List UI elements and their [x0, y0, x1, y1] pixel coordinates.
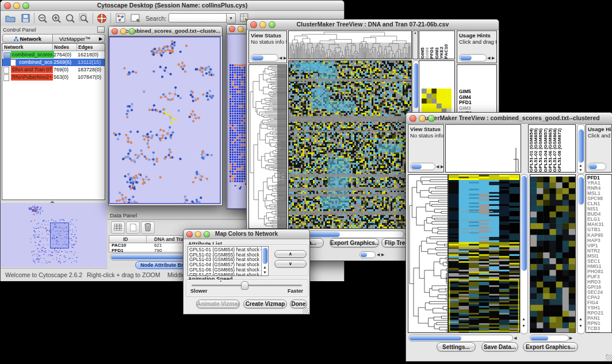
resize-grip[interactable] — [606, 354, 612, 361]
scroll-right-icon[interactable]: ▶ — [381, 253, 384, 256]
minimize-icon[interactable] — [259, 21, 266, 28]
scroll-thumb[interactable] — [460, 55, 472, 60]
scroll-thumb[interactable] — [361, 252, 367, 257]
tv2-heatmap-box[interactable] — [448, 174, 520, 333]
scroll-left-icon[interactable]: ◀ — [279, 56, 282, 60]
save-data-button[interactable]: Save Data... — [481, 342, 518, 351]
annotation-icon[interactable] — [129, 12, 141, 24]
network-row[interactable]: combined_scores2764(0)16218(0) — [2, 51, 105, 59]
attribute-list-scrollbar[interactable]: ▲ ▼ — [261, 247, 268, 275]
table-mode-icon[interactable] — [111, 221, 125, 234]
zoom-out-icon[interactable] — [36, 12, 49, 24]
network-name[interactable]: RNAPuberNov2+ — [11, 74, 53, 81]
scroll-up-icon[interactable]: ▲ — [522, 317, 526, 321]
scroll-right-icon[interactable]: ▶ — [569, 336, 572, 340]
scroll-thumb[interactable] — [414, 63, 418, 108]
zoom-window-icon[interactable] — [22, 2, 29, 9]
scroll-thumb[interactable] — [578, 129, 584, 163]
gene-label[interactable]: PEP5 — [587, 331, 604, 333]
window-controls[interactable] — [186, 231, 210, 237]
dialog-title-bar[interactable]: Map Colors to Network — [183, 229, 309, 239]
network-row[interactable]: DNA and Tran 07769(0)183728(0) — [2, 66, 105, 74]
tv2-zoom-heatmap[interactable] — [530, 177, 575, 333]
scroll-down-icon[interactable]: ▼ — [579, 324, 583, 328]
scroll-left-icon[interactable]: ◀ — [487, 56, 490, 60]
network1-view[interactable] — [110, 37, 220, 203]
close-icon[interactable] — [186, 231, 193, 237]
tab-network[interactable]: Network — [2, 34, 53, 43]
network1-title-bar[interactable]: combined_scores_good.txt--cluste... — [109, 26, 222, 36]
new-attribute-icon[interactable] — [126, 221, 140, 234]
scroll-left-icon[interactable]: ◀ — [436, 165, 439, 168]
window-controls[interactable] — [4, 2, 29, 9]
tv2-status-scrollbar[interactable] — [410, 163, 435, 170]
tv1-top-scroll-strip[interactable]: ▲ — [412, 30, 418, 59]
network-name[interactable]: DNA and Tran 07 — [11, 66, 53, 73]
window-controls[interactable] — [112, 28, 135, 35]
tv1-heatmap[interactable] — [289, 61, 411, 228]
scroll-left-icon[interactable]: ◀ — [514, 336, 517, 340]
network-row[interactable]: RNAPuberNov2+563(0)107847(0) — [2, 74, 105, 81]
speed-slider-thumb[interactable] — [241, 281, 248, 290]
close-icon[interactable] — [4, 2, 11, 9]
scroll-up-icon[interactable]: ▲ — [579, 317, 583, 321]
minimize-icon[interactable] — [238, 26, 244, 32]
treeview1-title-bar[interactable]: ClusterMaker TreeView : DNA and Tran 07-… — [247, 20, 499, 30]
save-icon[interactable] — [19, 12, 32, 24]
float-panel-icon[interactable] — [97, 26, 105, 33]
zoom-selected-icon[interactable] — [64, 12, 76, 24]
scroll-thumb[interactable] — [521, 176, 527, 271]
network-overview-canvas[interactable] — [1, 203, 107, 267]
open-file-icon[interactable] — [4, 12, 17, 24]
delete-attribute-trash-icon[interactable] — [141, 221, 155, 234]
minimize-icon[interactable] — [419, 115, 426, 122]
scroll-thumb[interactable] — [252, 55, 263, 60]
tv2-column-dendrogram-box[interactable] — [445, 124, 521, 173]
scroll-left-icon[interactable]: ◀ — [377, 253, 380, 256]
close-icon[interactable] — [410, 115, 416, 122]
tv2-zoom-vscrollbar[interactable]: ▲ ▼ — [577, 174, 585, 334]
tv1-column-dendrogram-box[interactable] — [288, 30, 412, 59]
network-name[interactable]: combined_sco — [18, 59, 53, 66]
close-icon[interactable] — [250, 21, 257, 28]
export-graphics-button[interactable]: Export Graphics... — [523, 342, 578, 351]
tv2-hscrollbar-main[interactable] — [408, 335, 513, 342]
resize-grip[interactable] — [303, 307, 309, 313]
tv1-row-dendrogram-box[interactable] — [248, 64, 287, 229]
scroll-right-icon[interactable]: ▶ — [492, 56, 495, 60]
scroll-down-icon[interactable]: ▼ — [263, 271, 267, 274]
zoom-window-icon[interactable] — [269, 21, 276, 28]
create-vizmap-button[interactable]: Create Vizmap — [243, 300, 287, 308]
scroll-right-icon[interactable]: ▶ — [284, 56, 286, 60]
main-title-bar[interactable]: Cytoscape Desktop (Session Name: collins… — [1, 1, 344, 11]
search-input[interactable] — [169, 13, 227, 22]
tab-overflow-button[interactable]: ▶ — [97, 34, 105, 43]
export-graphics-button[interactable]: Export Graphics... — [330, 238, 379, 247]
scroll-right-icon[interactable]: ▶ — [441, 165, 443, 168]
window-controls[interactable] — [250, 21, 276, 28]
scroll-thumb[interactable] — [531, 336, 548, 340]
network-name[interactable]: combined_scores — [11, 51, 54, 58]
zoom-window-icon[interactable] — [129, 28, 135, 35]
network-nodes-icon[interactable] — [114, 12, 127, 24]
scroll-thumb[interactable] — [262, 248, 267, 264]
zoom-window-icon[interactable] — [428, 115, 435, 122]
help-lifebuoy-icon[interactable] — [95, 12, 108, 24]
network1-canvas-frame[interactable] — [109, 36, 221, 204]
tv2-zoom-heatmap-box[interactable] — [530, 174, 576, 333]
zoom-window-icon[interactable] — [204, 231, 210, 237]
tv1-heatmap-box[interactable] — [288, 60, 412, 229]
scroll-up-icon[interactable]: ▲ — [263, 266, 267, 269]
scroll-down-icon[interactable]: ▼ — [522, 324, 526, 328]
zoom-in-icon[interactable] — [50, 12, 63, 24]
zoom-fit-icon[interactable] — [78, 12, 90, 24]
window-controls[interactable] — [410, 115, 435, 122]
network-overview-panel[interactable] — [1, 203, 107, 267]
minimize-icon[interactable] — [13, 2, 20, 9]
treeview2-title-bar[interactable]: ClusterMaker TreeView : combined_scores_… — [406, 113, 612, 124]
close-icon[interactable] — [112, 28, 118, 35]
animate-vizmap-button[interactable]: Animate Vizmap — [196, 300, 240, 308]
tv1-mini-scrollbar[interactable] — [359, 251, 376, 258]
tv2-hscrollbar-zoom[interactable] — [530, 335, 569, 342]
tv2-heatmap[interactable] — [449, 175, 519, 332]
